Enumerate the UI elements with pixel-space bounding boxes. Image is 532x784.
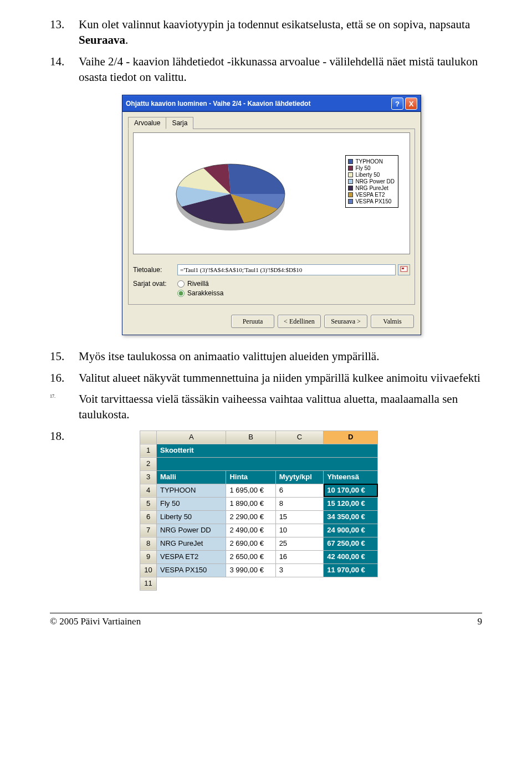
col-header-c[interactable]: C [275,431,324,444]
row-header[interactable]: 4 [140,484,157,497]
cell-qty[interactable]: 15 [275,510,324,524]
row-header[interactable]: 6 [140,510,157,524]
range-input[interactable] [177,264,396,275]
header-hinta[interactable]: Hinta [226,470,275,484]
legend-item: TYPHOON [348,158,395,165]
titlebar[interactable]: Ohjattu kaavion luominen - Vaihe 2/4 - K… [122,95,421,112]
tab-sarja[interactable]: Sarja [166,117,193,129]
header-yhteensa[interactable]: Yhteensä [324,470,378,484]
row-header[interactable]: 3 [140,470,157,484]
cell-name[interactable]: NRG PureJet [157,537,226,550]
legend-label: VESPA ET2 [355,192,385,198]
cancel-button[interactable]: Peruuta [231,315,274,328]
blank-header-row[interactable] [157,457,378,470]
page-footer: © 2005 Päivi Vartiainen 9 [50,613,482,627]
radio-cols-label[interactable]: Sarakkeissa [177,289,223,297]
help-button[interactable]: ? [391,98,403,110]
series-label: Sarjat ovat: [133,280,177,299]
row-header[interactable]: 5 [140,497,157,510]
cell-name[interactable]: NRG Power DD [157,524,226,537]
cell-qty[interactable]: 16 [275,550,324,563]
legend-swatch [348,199,353,204]
step-14: 14. Vaihe 2/4 - kaavion lähdetiedot -ikk… [50,54,482,85]
row-header[interactable]: 8 [140,537,157,550]
col-header-b[interactable]: B [226,431,275,444]
dialog-buttons: Peruuta < Edellinen Seuraava > Valmis [122,310,421,335]
step-content: A B C D 1Skootterit2 3MalliHintaMyyty/kp… [79,428,482,591]
cell-qty[interactable]: 25 [275,537,324,550]
legend-label: Fly 50 [355,165,370,171]
cell-name[interactable]: Fly 50 [157,497,226,510]
legend-label: Liberty 50 [355,172,380,178]
cell-qty[interactable]: 10 [275,524,324,537]
header-myyty[interactable]: Myyty/kpl [275,470,324,484]
sheet-title-cell[interactable]: Skootterit [157,444,378,457]
step-number: 15. [50,349,79,364]
text-fragment: Kun olet valinnut kaaviotyypin ja todenn… [79,18,470,31]
back-button[interactable]: < Edellinen [278,315,321,328]
cell-total[interactable]: 34 350,00 € [324,510,378,524]
cell-price[interactable]: 2 650,00 € [226,550,275,563]
cell-total[interactable]: 24 900,00 € [324,524,378,537]
legend-swatch [348,179,353,184]
collapse-range-button[interactable] [398,264,410,275]
row-header[interactable]: 11 [140,577,157,590]
cell-total[interactable]: 10 170,00 € [324,484,378,497]
svg-rect-3 [402,268,404,269]
legend-label: VESPA PX150 [355,198,391,204]
step-number-small: 17. [50,391,79,423]
step-16: 16. Valitut alueet näkyvät tummennettuin… [50,370,482,386]
range-picker-icon [400,266,408,274]
cell-qty[interactable]: 3 [275,563,324,577]
cell-name[interactable]: Liberty 50 [157,510,226,524]
tab-strip: Arvoalue Sarja [122,112,421,129]
cell-price[interactable]: 2 490,00 € [226,524,275,537]
row-header[interactable]: 10 [140,563,157,577]
legend-swatch [348,166,353,171]
cell-name[interactable]: TYPHOON [157,484,226,497]
step-text: Valitut alueet näkyvät tummennettuina ja… [79,370,482,386]
tab-arvoalue[interactable]: Arvoalue [128,117,166,129]
dialog-title: Ohjattu kaavion luominen - Vaihe 2/4 - K… [126,100,310,107]
cell-price[interactable]: 2 290,00 € [226,510,275,524]
cell-name[interactable]: VESPA ET2 [157,550,226,563]
cell-price[interactable]: 1 695,00 € [226,484,275,497]
range-label: Tietoalue: [133,266,177,274]
radio-cols[interactable] [177,290,185,297]
header-malli[interactable]: Malli [157,470,226,484]
spreadsheet-snippet: A B C D 1Skootterit2 3MalliHintaMyyty/kp… [140,431,378,591]
step-text: Vaihe 2/4 - kaavion lähdetiedot -ikkunas… [79,54,482,85]
col-header-d[interactable]: D [324,431,378,444]
row-header[interactable]: 2 [140,457,157,470]
cell-total[interactable]: 11 970,00 € [324,563,378,577]
legend-item: NRG PureJet [348,185,395,191]
step-18: 18. A B C D 1Skootterit2 3MalliHintaMyyt… [50,428,482,591]
close-button[interactable]: X [405,98,417,110]
radio-rows[interactable] [177,280,185,288]
col-header-corner[interactable] [140,431,157,444]
cell-qty[interactable]: 8 [275,497,324,510]
legend-item: VESPA ET2 [348,192,395,198]
step-text: Myös itse taulukossa on animaatio valitt… [79,349,482,364]
step-13: 13. Kun olet valinnut kaaviotyypin ja to… [50,17,482,48]
row-header[interactable]: 7 [140,524,157,537]
radio-rows-label[interactable]: Riveillä [177,280,223,288]
row-header[interactable]: 1 [140,444,157,457]
row-header[interactable]: 9 [140,550,157,563]
cell-total[interactable]: 42 400,00 € [324,550,378,563]
legend-label: NRG Power DD [355,178,395,185]
step-17: 17. Voit tarvittaessa vielä tässäkin vai… [50,391,482,423]
finish-button[interactable]: Valmis [371,315,414,328]
cell-qty[interactable]: 6 [275,484,324,497]
cell-total[interactable]: 67 250,00 € [324,537,378,550]
next-button[interactable]: Seuraava > [324,315,367,328]
data-range-row: Tietoalue: [133,264,410,275]
step-15: 15. Myös itse taulukossa on animaatio va… [50,349,482,364]
cell-price[interactable]: 1 890,00 € [226,497,275,510]
cell-price[interactable]: 2 690,00 € [226,537,275,550]
cell-total[interactable]: 15 120,00 € [324,497,378,510]
cell-name[interactable]: VESPA PX150 [157,563,226,577]
legend-item: Fly 50 [348,165,395,171]
cell-price[interactable]: 3 990,00 € [226,563,275,577]
col-header-a[interactable]: A [157,431,226,444]
